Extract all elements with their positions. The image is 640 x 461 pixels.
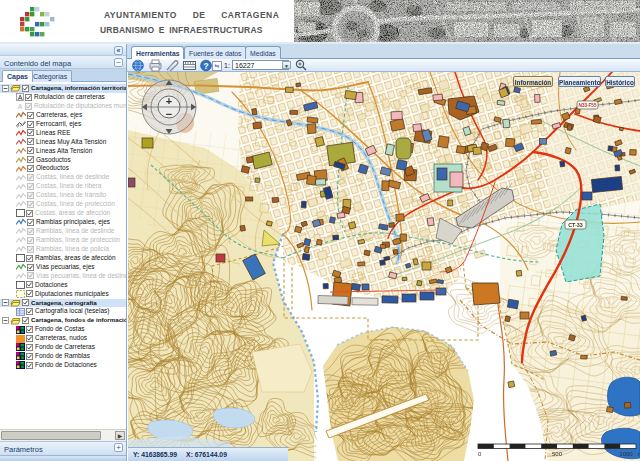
svg-text:−: − <box>166 108 172 120</box>
svg-text:N33-F55: N33-F55 <box>579 103 597 108</box>
svg-text:+: + <box>166 95 172 107</box>
svg-text:A: A <box>18 94 23 101</box>
svg-text:?: ? <box>203 61 208 71</box>
svg-text:A: A <box>18 103 23 110</box>
svg-text:CT-33: CT-33 <box>568 222 583 228</box>
svg-text:500: 500 <box>552 451 563 457</box>
svg-text:1000: 1000 <box>619 451 633 457</box>
